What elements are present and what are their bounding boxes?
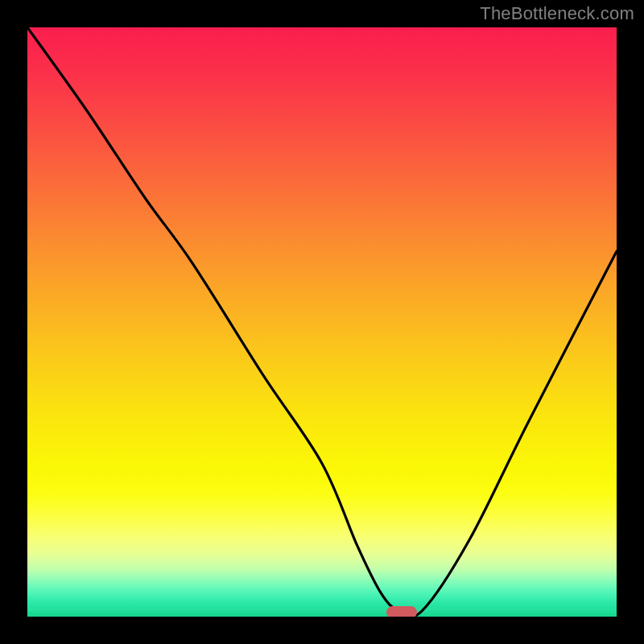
optimal-marker-icon bbox=[386, 606, 417, 617]
curve-overlay bbox=[27, 27, 617, 617]
watermark-text: TheBottleneck.com bbox=[480, 3, 634, 24]
bottleneck-curve-path bbox=[27, 27, 617, 617]
plot-area bbox=[27, 27, 617, 617]
chart-frame: TheBottleneck.com bbox=[0, 0, 644, 644]
